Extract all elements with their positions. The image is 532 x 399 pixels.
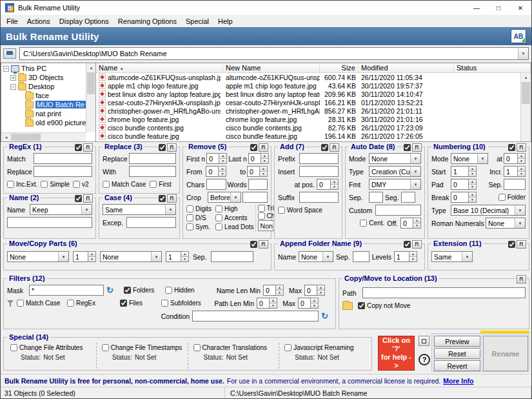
preview-button[interactable]: Preview xyxy=(434,336,480,347)
revert-button[interactable]: Revert xyxy=(434,360,480,371)
column-header-name[interactable]: Name▲ xyxy=(96,63,223,72)
scroll-left-icon[interactable]: ◄ xyxy=(1,133,11,142)
match-case-checkbox[interactable]: Match Case xyxy=(103,181,146,188)
tree-expander-icon[interactable]: + xyxy=(10,75,16,81)
minimize-button[interactable]: — xyxy=(466,1,488,15)
tree-item[interactable]: nat print xyxy=(2,109,86,118)
regex-replace-input[interactable] xyxy=(34,166,92,177)
address-input[interactable]: C:\Users\Gavin\Desktop\MUO Batch Rename … xyxy=(19,47,529,60)
file-row[interactable]: christopher-gower-m_HRfLhgABo-unspl... c… xyxy=(96,107,520,115)
high-checkbox[interactable]: High xyxy=(215,205,238,212)
path-len-max-stepper[interactable]: 0▲▼ xyxy=(298,298,319,309)
extension-reset-button[interactable]: R xyxy=(517,240,526,249)
scroll-up-icon[interactable]: ▲ xyxy=(521,73,531,82)
filter-regex-checkbox[interactable]: RegEx xyxy=(67,300,110,307)
tree-item-label[interactable]: 3D Objects xyxy=(28,74,63,81)
scrollbar-thumb[interactable] xyxy=(87,72,95,94)
prefix-input[interactable] xyxy=(299,153,339,164)
replace-input[interactable] xyxy=(129,153,176,164)
menu-item[interactable]: Actions xyxy=(23,16,55,26)
maximize-button[interactable]: □ xyxy=(488,1,509,15)
append-folder-name-select[interactable]: None▼ xyxy=(299,251,333,262)
folder-checkbox[interactable]: Folder xyxy=(478,194,526,201)
column-header-status[interactable]: Status xyxy=(454,63,531,72)
file-row[interactable]: cisco bundle contents.jpg cisco bundle c… xyxy=(96,123,520,132)
remove-chars-input[interactable] xyxy=(206,179,226,190)
folders-checkbox[interactable]: Folders xyxy=(124,287,163,294)
remove-enable-checkbox[interactable] xyxy=(250,144,257,151)
tree-item[interactable]: old e900 picture xyxy=(2,118,86,127)
date-sep-input[interactable] xyxy=(369,192,383,203)
move-copy-from-select[interactable]: None▼ xyxy=(7,251,69,262)
path-len-min-stepper[interactable]: 0▲▼ xyxy=(257,298,277,309)
numbering-incr-stepper[interactable]: 1▲▼ xyxy=(504,166,526,177)
tree-item[interactable]: + 3D Objects xyxy=(2,73,86,82)
crop-mode-select[interactable]: Before▼ xyxy=(208,192,241,203)
numbering-reset-button[interactable]: R xyxy=(517,143,526,152)
menu-item[interactable]: File xyxy=(2,16,23,26)
add-reset-button[interactable]: R xyxy=(330,143,339,152)
lead-dots-checkbox[interactable]: Lead Dots xyxy=(215,223,254,230)
name-len-min-stepper[interactable]: 0▲▼ xyxy=(263,285,284,296)
move-copy-reset-button[interactable]: R xyxy=(259,240,268,249)
change-file-timestamps-checkbox[interactable]: Change File Timestamps xyxy=(102,344,182,351)
tree-item-label[interactable]: face xyxy=(35,92,49,99)
date-format-select[interactable]: DMY▼ xyxy=(369,179,421,190)
tree-item[interactable]: face xyxy=(2,91,86,100)
extension-enable-checkbox[interactable] xyxy=(508,241,515,248)
exceptions-input[interactable] xyxy=(126,217,176,228)
append-folder-reset-button[interactable]: R xyxy=(412,240,422,249)
move-copy-enable-checkbox[interactable] xyxy=(250,241,257,248)
tree-expander-icon[interactable]: − xyxy=(10,84,16,90)
more-info-link[interactable]: More Info xyxy=(443,377,473,385)
destination-path-input[interactable] xyxy=(362,287,526,298)
from-stepper[interactable]: 0▲▼ xyxy=(206,166,226,177)
add-enable-checkbox[interactable] xyxy=(321,144,328,151)
case-reset-button[interactable]: R xyxy=(167,194,177,203)
regex-reset-button[interactable]: R xyxy=(83,143,93,152)
scrollbar-thumb[interactable] xyxy=(522,82,530,104)
menu-item[interactable]: Help xyxy=(213,16,237,26)
move-copy-to-select[interactable]: None▼ xyxy=(100,251,162,262)
numbering-pad-stepper[interactable]: 0▲▼ xyxy=(451,179,477,190)
tree-item[interactable]: − Desktop xyxy=(2,82,86,91)
column-header-modified[interactable]: Modified xyxy=(359,63,454,72)
date-offset-stepper[interactable]: 0▲▼ xyxy=(400,218,421,229)
date-seg-input[interactable] xyxy=(401,192,415,203)
subfolders-checkbox[interactable]: Subfolders xyxy=(161,300,209,307)
menu-item[interactable]: Renaming Options xyxy=(113,16,181,26)
regex-enable-checkbox[interactable] xyxy=(75,144,82,151)
numbering-mode-select[interactable]: None▼ xyxy=(451,153,488,164)
tree-item-label[interactable]: MUO Batch Re xyxy=(35,101,86,108)
append-folder-enable-checkbox[interactable] xyxy=(404,241,411,248)
tree-item[interactable]: − This PC xyxy=(2,64,86,73)
date-type-select[interactable]: Creation (Curr▼ xyxy=(369,166,421,177)
restore-panels-button[interactable] xyxy=(419,336,429,346)
scroll-up-icon[interactable]: ▲ xyxy=(86,63,96,72)
address-path[interactable]: C:\Users\Gavin\Desktop\MUO Batch Rename xyxy=(20,50,518,57)
tree-item[interactable]: MUO Batch Re xyxy=(2,100,86,109)
file-row[interactable]: cesar-couto-27HiryxnHJk-unsplash.jpg ces… xyxy=(96,98,520,107)
append-folder-sep-input[interactable] xyxy=(353,251,369,262)
javascript-renaming-checkbox[interactable]: Javascript Renaming xyxy=(284,344,365,351)
tree-item-label[interactable]: Desktop xyxy=(28,83,54,90)
rename-button[interactable]: Rename xyxy=(483,336,528,371)
sym-checkbox[interactable]: Sym. xyxy=(186,223,213,230)
insert-input[interactable] xyxy=(299,166,339,177)
numbering-start-stepper[interactable]: 1▲▼ xyxy=(451,166,477,177)
case-enable-checkbox[interactable] xyxy=(159,195,166,202)
tree-item-label[interactable]: old e900 picture xyxy=(35,119,86,127)
refresh-icon[interactable]: ↻ xyxy=(106,286,113,294)
first-checkbox[interactable]: First xyxy=(150,181,171,188)
v2-checkbox[interactable]: v2 xyxy=(73,181,89,188)
simple-checkbox[interactable]: Simple xyxy=(41,181,70,188)
name-reset-button[interactable]: R xyxy=(83,194,93,203)
file-row[interactable]: altumcode-oZ61KFUQsus-unsplash.jpg altum… xyxy=(96,73,520,81)
suffix-input[interactable] xyxy=(299,192,339,203)
move-copy-to-stepper[interactable]: 1▲▼ xyxy=(166,251,189,262)
numbering-type-select[interactable]: Base 10 (Decimal)▼ xyxy=(451,205,526,216)
to-stepper[interactable]: 0▲▼ xyxy=(247,166,268,177)
character-translations-checkbox[interactable]: Character Translations xyxy=(193,344,274,351)
cent-checkbox[interactable]: Cent. xyxy=(360,220,384,227)
file-row[interactable]: best linux distro any laptop feature.jpg… xyxy=(96,90,520,98)
